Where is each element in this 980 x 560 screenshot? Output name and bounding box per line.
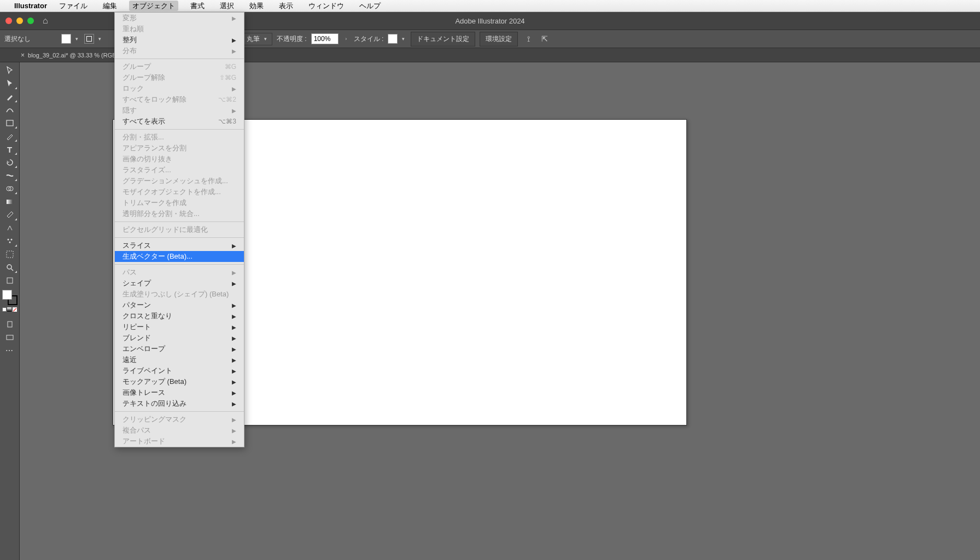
toggle-screen-tool[interactable] [2, 275, 18, 287]
menu-item[interactable]: 生成ベクター (Beta)... [115, 251, 244, 262]
menu-item[interactable]: すべてを表示⌥⌘3 [115, 116, 244, 127]
menu-item-label: ブレンド [122, 333, 151, 343]
menubar-item[interactable]: ウィンドウ [305, 1, 347, 11]
blend-tool[interactable] [2, 222, 18, 234]
svg-rect-10 [7, 278, 13, 283]
submenu-arrow-icon: ▶ [232, 417, 236, 423]
selection-tool[interactable] [2, 65, 18, 77]
home-icon[interactable]: ⌂ [43, 16, 48, 26]
maximize-window-button[interactable] [27, 18, 34, 24]
dropdown-icon[interactable]: ▾ [96, 36, 103, 42]
opacity-input[interactable] [311, 33, 339, 44]
svg-rect-12 [7, 335, 13, 340]
width-tool[interactable] [2, 170, 18, 182]
menu-item-label: 生成塗りつぶし (シェイプ) (Beta) [122, 289, 229, 299]
macos-menubar: Illustrator ファイル編集オブジェクト書式選択効果表示ウィンドウヘルプ [0, 0, 980, 12]
paintbrush-tool[interactable] [2, 130, 18, 142]
style-swatch-group[interactable]: ▾ [388, 34, 406, 44]
menu-item-label: ピクセルグリッドに最適化 [122, 225, 208, 235]
menu-item[interactable]: 画像トレース▶ [115, 387, 244, 398]
menubar-item[interactable]: 選択 [217, 1, 237, 11]
menu-item-label: 画像トレース [122, 388, 165, 398]
preferences-button[interactable]: 環境設定 [480, 32, 518, 46]
close-window-button[interactable] [5, 18, 12, 24]
menu-item[interactable]: エンベロープ▶ [115, 343, 244, 354]
minimize-window-button[interactable] [16, 18, 23, 24]
eyedropper-tool[interactable] [2, 209, 18, 221]
menu-item[interactable]: 遠近▶ [115, 354, 244, 365]
fill-swatch[interactable] [61, 34, 71, 44]
menu-item[interactable]: ブレンド▶ [115, 332, 244, 343]
menu-item[interactable]: スライス▶ [115, 240, 244, 251]
rectangle-tool[interactable] [2, 117, 18, 129]
menu-item[interactable]: モックアップ (Beta)▶ [115, 376, 244, 387]
fill-indicator[interactable] [2, 290, 12, 300]
selection-label: 選択なし [4, 34, 31, 44]
app-name[interactable]: Illustrator [14, 2, 47, 10]
none-color-icon[interactable] [13, 307, 17, 312]
solid-color-icon[interactable] [2, 307, 7, 312]
menu-item[interactable]: シェイプ▶ [115, 278, 244, 289]
menu-item-label: 生成ベクター (Beta)... [122, 252, 192, 261]
menu-item[interactable]: 整列▶ [115, 34, 244, 45]
menu-item[interactable]: リピート▶ [115, 322, 244, 332]
menu-item-label: エンベロープ [122, 344, 165, 354]
close-tab-icon[interactable]: × [21, 51, 25, 59]
menu-item-label: テキストの回り込み [122, 399, 186, 409]
menu-shortcut: ⌥⌘2 [218, 96, 236, 103]
menubar-item[interactable]: 効果 [246, 1, 267, 11]
menu-item[interactable]: クロスと重なり▶ [115, 311, 244, 322]
shape-builder-tool[interactable] [2, 183, 18, 195]
dropdown-icon[interactable]: › [343, 36, 349, 42]
menu-item-label: 分割・拡張... [122, 132, 164, 142]
rotate-tool[interactable] [2, 156, 18, 168]
export-icon[interactable]: ⇱ [539, 33, 551, 45]
menu-item-label: パス [122, 267, 137, 277]
submenu-arrow-icon: ▶ [232, 302, 236, 308]
menu-item: 画像の切り抜き [115, 154, 244, 165]
gradient-color-icon[interactable] [7, 307, 11, 312]
document-settings-button[interactable]: ドキュメント設定 [411, 32, 475, 46]
curvature-tool[interactable] [2, 104, 18, 116]
pen-tool[interactable] [2, 91, 18, 103]
document-tab[interactable]: × blog_39_02.ai* @ 33.33 % (RGB [21, 51, 116, 59]
draw-mode-tool[interactable] [2, 318, 18, 330]
align-icon[interactable]: ⟟ [522, 33, 534, 45]
type-tool[interactable]: T [2, 143, 18, 155]
menubar-item[interactable]: 書式 [187, 1, 208, 11]
menubar-item[interactable]: 表示 [276, 1, 296, 11]
direct-selection-tool[interactable] [2, 78, 18, 90]
stroke-swatch-group[interactable]: ▾ [84, 34, 103, 44]
artboard-tool[interactable] [2, 248, 18, 260]
svg-point-4 [7, 239, 9, 241]
dropdown-icon[interactable]: ▾ [73, 36, 80, 42]
menubar-item[interactable]: ヘルプ [356, 1, 384, 11]
menubar-item[interactable]: オブジェクト [129, 1, 178, 11]
tab-title: blog_39_02.ai* @ 33.33 % (RGB [28, 52, 116, 59]
svg-point-6 [9, 242, 10, 243]
fill-stroke-indicator[interactable] [2, 290, 18, 305]
menu-item-label: クロスと重なり [122, 311, 172, 321]
style-swatch[interactable] [388, 34, 398, 44]
menu-item: 複合パス▶ [115, 425, 244, 436]
menu-item-label: パターン [122, 300, 151, 310]
zoom-tool[interactable] [2, 261, 18, 273]
menu-item[interactable]: ライブペイント▶ [115, 365, 244, 376]
menu-item[interactable]: テキストの回り込み▶ [115, 398, 244, 409]
submenu-arrow-icon: ▶ [232, 243, 236, 249]
menu-item-label: アピアランスを分割 [122, 143, 186, 153]
menubar-item[interactable]: ファイル [56, 1, 91, 11]
fill-swatch-group[interactable]: ▾ [61, 34, 80, 44]
screen-mode-tool[interactable] [2, 331, 18, 343]
symbol-sprayer-tool[interactable] [2, 235, 18, 247]
menu-item[interactable]: パターン▶ [115, 300, 244, 311]
left-toolbar: T ⋯ [0, 62, 20, 560]
stroke-swatch[interactable] [84, 34, 94, 44]
menu-item-label: トリムマークを作成 [122, 198, 186, 208]
dropdown-icon[interactable]: ▾ [400, 36, 406, 42]
gradient-tool[interactable] [2, 196, 18, 208]
object-menu-dropdown: 変形▶重ね順整列▶分布▶グループ⌘Gグループ解除⇧⌘Gロック▶すべてをロック解除… [114, 12, 244, 447]
edit-toolbar[interactable]: ⋯ [2, 345, 18, 357]
menubar-item[interactable]: 編集 [100, 1, 120, 11]
submenu-arrow-icon: ▶ [232, 401, 236, 407]
